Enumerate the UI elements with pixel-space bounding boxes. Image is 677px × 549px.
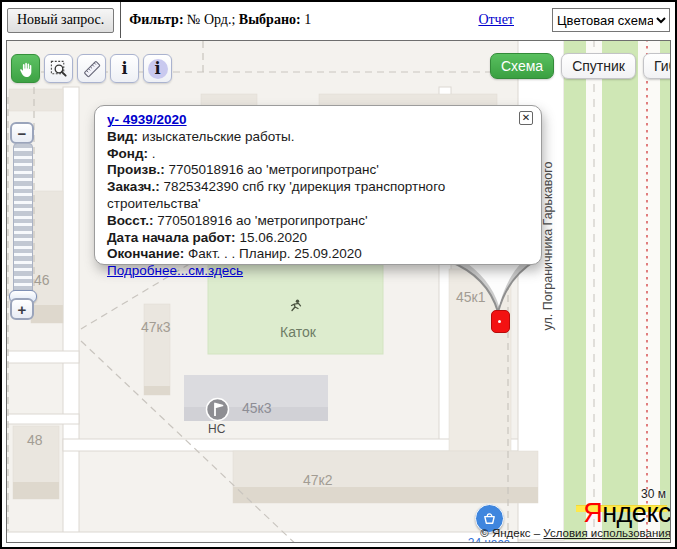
row-label: Фонд:: [107, 146, 148, 161]
row-label: Заказч.:: [107, 179, 160, 194]
hand-icon: [16, 59, 36, 79]
map-type-schema-button[interactable]: Схема: [490, 53, 554, 79]
balloon-row-start-date: Дата начала работ: 15.06.2020: [107, 230, 529, 247]
map-type-satellite-button[interactable]: Спутник: [561, 53, 636, 79]
filter-label: Фильтр:: [129, 12, 183, 27]
map-type-hybrid-button[interactable]: Гибрид: [643, 53, 671, 79]
basket-icon: [482, 511, 497, 526]
copyright-line: © Яндекс – Условия использования: [431, 527, 671, 539]
terms-of-use-link[interactable]: Условия использования: [543, 527, 671, 539]
ns-flag-icon[interactable]: [205, 397, 230, 422]
row-label: Дата начала работ:: [107, 230, 236, 245]
map-world: 46 48 47к3 45к1 45к3 47к2 Каток НС ул. П…: [6, 40, 671, 543]
selected-count: 1: [301, 12, 312, 27]
zoom-slider-track[interactable]: [13, 143, 33, 303]
zoom-area-tool-button[interactable]: [44, 54, 73, 83]
pan-tool-button[interactable]: [11, 54, 40, 83]
row-value: изыскательские работы.: [138, 129, 294, 144]
report-link[interactable]: Отчет: [478, 12, 514, 28]
row-label: Восст.:: [107, 213, 154, 228]
ruler-icon: [82, 59, 102, 79]
row-label: Произв.:: [107, 162, 165, 177]
row-value: 7705018916 ао 'метрогипротранс': [154, 213, 368, 228]
details-link[interactable]: Подробнее...см.здесь: [107, 263, 243, 278]
row-value: .: [148, 146, 156, 161]
balloon-close-button[interactable]: ✕: [519, 111, 533, 125]
app-window: Новый запрос. Фильтр: № Орд.; Выбрано: 1…: [0, 0, 677, 549]
row-value: 15.06.2020: [236, 230, 307, 245]
map-type-switcher: Схема Спутник Гибрид: [490, 53, 671, 79]
info-alt-tool-button[interactable]: i: [143, 54, 172, 83]
row-value: 7705018916 ао 'метрогипротранс': [165, 162, 379, 177]
row-label: Окончание:: [107, 246, 184, 261]
order-number-link[interactable]: у- 4939/2020: [107, 112, 187, 127]
new-request-button[interactable]: Новый запрос.: [7, 8, 114, 33]
info-tool-button[interactable]: i: [110, 54, 139, 83]
marker-dot: [498, 320, 501, 323]
balloon-row-proizv: Произв.: 7705018916 ао 'метрогипротранс': [107, 162, 529, 179]
ruler-tool-button[interactable]: [77, 54, 106, 83]
filter-status: Фильтр: № Орд.; Выбрано: 1: [129, 12, 311, 28]
zoom-out-button[interactable]: −: [10, 122, 34, 144]
topbar-divider: [120, 2, 121, 38]
zoom-in-button[interactable]: +: [10, 298, 34, 320]
balloon-row-fond: Фонд: .: [107, 146, 529, 163]
top-toolbar: Новый запрос. Фильтр: № Орд.; Выбрано: 1…: [2, 2, 675, 38]
selected-label: Выбрано:: [239, 12, 301, 27]
scale-label: 30 м: [576, 487, 666, 501]
info-balloon: ✕ у- 4939/2020 Вид: изыскательские работ…: [94, 105, 542, 265]
scale-bar: [576, 505, 667, 512]
balloon-row-vosst: Восст.: 7705018916 ао 'метрогипротранс': [107, 213, 529, 230]
zoom-area-icon: [49, 59, 69, 79]
balloon-row-end-date: Окончание: Факт. . . Планир. 25.09.2020: [107, 246, 529, 263]
row-label: Вид:: [107, 129, 138, 144]
copyright-text: © Яндекс –: [480, 527, 543, 539]
row-value: Факт. . . Планир. 25.09.2020: [184, 246, 361, 261]
skater-icon: [289, 299, 303, 313]
map-marker[interactable]: [491, 310, 510, 333]
info-circle-icon: i: [148, 59, 168, 79]
color-scheme-select[interactable]: Цветовая схема: [552, 8, 670, 32]
balloon-row-vid: Вид: изыскательские работы.: [107, 129, 529, 146]
balloon-row-zakazch: Заказч.: 7825342390 спб гку 'дирекция тр…: [107, 179, 529, 213]
map-tools-toolbar: i i: [11, 54, 172, 83]
info-alt-glyph: i: [154, 61, 160, 77]
filter-value: № Орд.;: [184, 12, 239, 27]
map-canvas[interactable]: 46 48 47к3 45к1 45к3 47к2 Каток НС ул. П…: [6, 40, 671, 543]
info-icon: i: [121, 61, 127, 77]
